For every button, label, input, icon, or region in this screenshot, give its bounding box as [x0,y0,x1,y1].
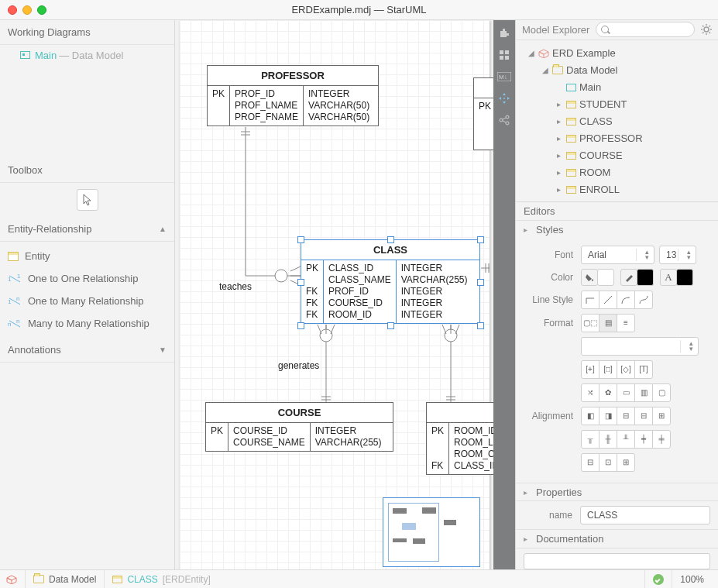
align-5[interactable]: ╥ [581,430,599,449]
misc-0[interactable]: ⤭ [581,383,599,402]
styles-head[interactable]: ▸Styles [516,221,718,239]
expand-up-icon: ▲ [159,225,167,233]
selection-handle[interactable] [477,322,484,329]
minimap[interactable] [383,497,480,567]
toolbox-label: Toolbox [8,164,43,176]
search-input[interactable] [596,22,695,37]
fill-color-swatch[interactable] [597,269,614,286]
svg-text:1: 1 [8,276,12,283]
align-0[interactable]: ◧ [581,407,599,425]
format-1[interactable]: ▤ [599,314,617,332]
window-minimize-icon[interactable] [22,5,32,15]
vis-2[interactable]: [◇] [617,360,635,379]
annotations-label: Annotations [8,344,61,356]
selection-handle[interactable] [477,236,484,243]
grid-icon[interactable] [496,46,513,64]
vis-1[interactable]: [□] [599,360,617,379]
align-2[interactable]: ⊟ [617,407,635,425]
gear-icon[interactable] [701,24,712,35]
move-icon[interactable] [496,90,513,107]
tree-item-class[interactable]: ▸CLASS [519,113,715,130]
documentation-head[interactable]: ▸Documentation [516,529,718,548]
er-section-head[interactable]: Entity-Relationship ▲ [0,217,174,242]
tool-many-to-many[interactable]: nn Many to Many Relationship [0,312,174,335]
window-zoom-icon[interactable] [37,5,46,15]
window-close-icon[interactable] [8,5,17,15]
selection-handle[interactable] [387,322,394,329]
selection-handle[interactable] [297,279,304,286]
tree-item-room[interactable]: ▸ROOM [519,164,715,181]
line-color-button[interactable] [620,269,637,286]
stereotype-select[interactable]: ▴▾ [581,337,699,356]
documentation-textarea[interactable] [524,553,710,569]
pointer-tool[interactable] [77,189,98,211]
canvas-area[interactable]: teaches generates PROFESSOR PK PROF_IDPR… [175,20,516,569]
svg-rect-32 [505,50,509,54]
misc-4[interactable]: ▢ [652,383,671,402]
format-2[interactable]: ≡ [617,314,635,332]
align-1[interactable]: ◨ [599,407,617,425]
align-6[interactable]: ╫ [599,430,617,449]
vis-3[interactable]: [T] [634,360,653,379]
model-explorer-tree[interactable]: ◢ERD Example ◢Data Model Main ▸STUDENT ▸… [516,40,718,202]
selection-handle[interactable] [297,236,304,243]
line-color-swatch[interactable] [637,269,654,286]
left-panel: Working Diagrams Main — Data Model Toolb… [0,20,175,569]
align-7[interactable]: ╨ [617,430,635,449]
align-10[interactable]: ⊟ [581,453,599,472]
diagram-canvas[interactable]: teaches generates PROFESSOR PK PROF_IDPR… [180,20,490,569]
status-model[interactable]: Data Model [25,570,104,589]
prop-name-input[interactable] [580,506,710,524]
linestyle-curve[interactable] [634,291,653,309]
font-size-select[interactable]: 13▴▾ [659,246,696,264]
selection-handle[interactable] [477,279,484,286]
tree-item-professor[interactable]: ▸PROFESSOR [519,130,715,147]
package-icon [33,575,44,583]
editors-head[interactable]: Editors [516,202,718,221]
misc-2[interactable]: ▭ [617,383,635,402]
tool-entity[interactable]: Entity [0,245,174,267]
share-icon[interactable] [496,112,513,129]
linestyle-round[interactable] [617,291,635,309]
tree-expand[interactable]: ◢ERD Example [519,45,715,62]
align-11[interactable]: ⊡ [599,453,617,472]
toolbox-head[interactable]: Toolbox [0,158,174,183]
tree-item-course[interactable]: ▸COURSE [519,147,715,164]
align-4[interactable]: ⊞ [652,407,671,425]
format-0[interactable]: ▢⬚ [581,314,599,332]
align-8[interactable]: ┿ [634,430,653,449]
vis-0[interactable]: [+] [581,360,599,379]
text-color-button[interactable]: A [660,269,677,286]
text-color-swatch[interactable] [676,269,693,286]
linestyle-diag[interactable] [599,291,617,309]
selection-handle[interactable] [297,322,304,329]
align-9[interactable]: ╪ [652,430,671,449]
status-selected[interactable]: CLASS [ERDEntity] [104,570,218,589]
misc-3[interactable]: ▥ [634,383,653,402]
misc-1[interactable]: ✿ [599,383,617,402]
selection-handle[interactable] [387,236,394,243]
entity-course[interactable]: COURSE PK COURSE_IDCOURSE_NAME INTEGERVA… [205,402,393,452]
markdown-icon[interactable]: M↓ [496,68,513,85]
align-12[interactable]: ⊞ [617,453,635,472]
extension-icon[interactable] [496,25,513,42]
tree-item-student[interactable]: ▸STUDENT [519,96,715,113]
linestyle-rect[interactable] [581,291,599,309]
font-select[interactable]: Arial▴▾ [581,246,654,264]
annotations-head[interactable]: Annotations ▼ [0,338,174,363]
working-diagrams-head[interactable]: Working Diagrams [0,20,174,45]
tool-one-to-one[interactable]: 11 One to One Relationship [0,267,174,290]
properties-head[interactable]: ▸Properties [516,483,718,501]
entity-class[interactable]: CLASS PK FKFKFK CLASS_IDCLASS_NAME PROF_… [301,239,480,324]
svg-text:1: 1 [17,274,21,280]
tool-one-to-many[interactable]: 1n One to Many Relationship [0,290,174,312]
tree-expand[interactable]: ◢Data Model [519,62,715,79]
align-3[interactable]: ⊟ [634,407,653,425]
status-project[interactable] [6,570,25,589]
tree-item-main[interactable]: Main [519,79,715,96]
tree-item-enroll[interactable]: ▸ENROLL [519,181,715,198]
entity-professor[interactable]: PROFESSOR PK PROF_IDPROF_LNAMEPROF_FNAME… [207,65,379,126]
working-diagram-item[interactable]: Main — Data Model [0,45,174,65]
zoom-level[interactable]: 100% [672,570,712,589]
fill-color-button[interactable] [581,269,598,286]
